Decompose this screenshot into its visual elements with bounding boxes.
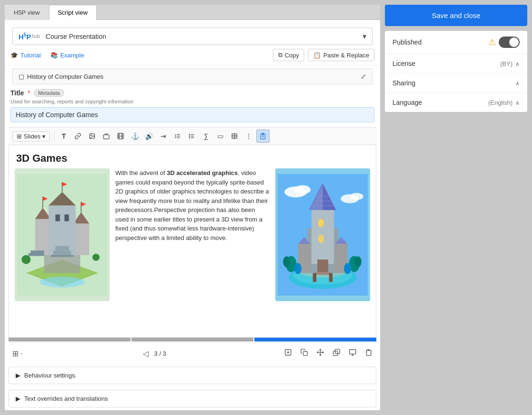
toolbar-btn-anchor[interactable]: ⚓ bbox=[128, 129, 141, 143]
nav-delete-slide[interactable] bbox=[363, 347, 374, 360]
toolbar-btn-media[interactable] bbox=[100, 129, 113, 143]
svg-rect-73 bbox=[315, 272, 331, 275]
title-hint: Used for searching, reports and copyrigh… bbox=[10, 99, 374, 104]
license-value: (BY) bbox=[500, 60, 513, 67]
slide-image-right bbox=[275, 168, 370, 301]
behaviour-settings-arrow: ▶ bbox=[16, 372, 20, 379]
slide-title: 3D Games bbox=[9, 145, 376, 168]
sharing-chevron-up-icon[interactable] bbox=[515, 80, 520, 87]
tab-script-view[interactable]: Script view bbox=[49, 5, 97, 20]
nav-move-slide[interactable] bbox=[315, 347, 326, 360]
save-close-button[interactable]: Save and close bbox=[385, 5, 527, 26]
book-icon: 📚 bbox=[50, 52, 58, 59]
copy-button[interactable]: ⧉ Copy bbox=[273, 49, 304, 61]
slides-label: Slides bbox=[24, 133, 40, 140]
toolbar-btn-more[interactable]: ⋮ bbox=[242, 129, 255, 143]
grad-icon: 🎓 bbox=[10, 52, 18, 59]
square-icon: ▢ bbox=[19, 73, 24, 80]
text-overrides-arrow: ▶ bbox=[16, 395, 20, 402]
toolbar-btn-image[interactable] bbox=[85, 129, 99, 143]
metadata-badge[interactable]: Metadata bbox=[34, 89, 64, 97]
tutorial-link[interactable]: 🎓 Tutorial bbox=[10, 52, 41, 59]
published-toggle[interactable] bbox=[499, 37, 520, 48]
svg-rect-75 bbox=[329, 273, 333, 282]
toolbar-btn-table[interactable] bbox=[228, 129, 241, 143]
example-link[interactable]: 📚 Example bbox=[50, 52, 84, 59]
prev-slide-button[interactable]: ◁ bbox=[141, 347, 150, 360]
slides-dropdown-button[interactable]: ⊞ Slides ▾ bbox=[12, 131, 50, 141]
title-section: Title * Metadata Used for searching, rep… bbox=[5, 84, 380, 127]
svg-point-49 bbox=[40, 277, 85, 287]
sharing-label: Sharing bbox=[392, 79, 415, 87]
svg-point-18 bbox=[189, 136, 190, 136]
h5p-chevron-icon[interactable]: ▾ bbox=[363, 32, 366, 41]
nav-copy-slide[interactable] bbox=[299, 347, 310, 360]
behaviour-settings-header[interactable]: ▶ Behaviour settings. bbox=[9, 367, 376, 384]
license-label: License bbox=[392, 60, 415, 67]
sharing-row: Sharing bbox=[385, 74, 527, 93]
toolbar-btn-list-ol[interactable] bbox=[171, 129, 184, 143]
copy-icon: ⧉ bbox=[278, 51, 282, 59]
expand-icon[interactable]: ⤢ bbox=[361, 73, 366, 80]
tabs-bar: H5P view Script view bbox=[5, 5, 380, 20]
svg-rect-47 bbox=[31, 250, 45, 253]
h5p-hub-text: hub bbox=[32, 34, 40, 39]
text-overrides-header[interactable]: ▶ Text overrides and translations bbox=[9, 390, 376, 407]
svg-rect-40 bbox=[65, 214, 69, 221]
language-row: Language (English) bbox=[385, 93, 527, 112]
toolbar-btn-indent[interactable]: ⇥ bbox=[157, 129, 170, 143]
history-title-text: History of Computer Games bbox=[27, 73, 103, 80]
toolbar-btn-link[interactable] bbox=[71, 129, 84, 143]
progress-bar-area bbox=[9, 338, 376, 342]
language-value-row: (English) bbox=[488, 99, 520, 106]
toolbar-btn-list-ul[interactable] bbox=[185, 129, 198, 143]
warning-icon: ⚠ bbox=[488, 37, 496, 47]
license-chevron-up-icon[interactable] bbox=[515, 60, 520, 67]
nav-duplicate[interactable] bbox=[331, 347, 342, 360]
content-area: 3D Games bbox=[9, 145, 376, 338]
nav-add-slide[interactable] bbox=[282, 347, 294, 360]
tab-h5p-view[interactable]: H5P view bbox=[5, 5, 49, 20]
license-row: License (BY) bbox=[385, 54, 527, 74]
paste-replace-button[interactable]: 📋 Paste & Replace bbox=[308, 49, 374, 61]
svg-rect-48 bbox=[28, 253, 44, 256]
language-label: Language bbox=[392, 99, 422, 106]
license-value-row: (BY) bbox=[500, 60, 520, 67]
paste-replace-label: Paste & Replace bbox=[323, 52, 369, 59]
svg-rect-2 bbox=[104, 135, 110, 139]
text-overrides-label: Text overrides and translations bbox=[24, 395, 108, 402]
slides-icon: ⊞ bbox=[17, 133, 22, 140]
toolbar-btn-bold[interactable]: T bbox=[57, 129, 70, 143]
nav-right bbox=[282, 347, 374, 360]
title-input[interactable] bbox=[10, 107, 374, 122]
svg-point-50 bbox=[22, 255, 31, 264]
h5p-header[interactable]: H5P hub Course Presentation ▾ bbox=[12, 28, 373, 45]
svg-point-84 bbox=[344, 263, 351, 274]
svg-point-85 bbox=[294, 263, 301, 274]
published-label: Published bbox=[392, 38, 422, 46]
toolbar-btn-clipboard[interactable] bbox=[256, 129, 270, 143]
slides-panel-button[interactable]: ⊞ · bbox=[10, 347, 25, 360]
toolbar-separator-1 bbox=[54, 131, 55, 141]
sharing-value-row bbox=[515, 80, 520, 87]
right-panel: Save and close Published ⚠ License (BY) bbox=[385, 5, 527, 410]
svg-rect-94 bbox=[349, 350, 355, 354]
toolbar-btn-embed[interactable]: ▭ bbox=[214, 129, 227, 143]
toolbar-btn-audio[interactable]: 🔊 bbox=[142, 129, 156, 143]
toolbar-btn-formula[interactable]: ∑ bbox=[199, 129, 213, 143]
slide-image-left bbox=[15, 168, 110, 301]
title-label-text: Title bbox=[10, 89, 24, 97]
nav-left: ⊞ · bbox=[10, 347, 25, 360]
svg-point-81 bbox=[283, 257, 290, 267]
svg-rect-89 bbox=[303, 351, 308, 356]
toolbar-btn-film[interactable] bbox=[114, 129, 127, 143]
slide-text: With the advent of 3D accelerated graphi… bbox=[115, 168, 270, 301]
language-chevron-up-icon[interactable] bbox=[515, 99, 520, 106]
svg-rect-39 bbox=[56, 214, 60, 221]
tutorial-bar: 🎓 Tutorial 📚 Example ⧉ Copy 📋 Paste & Re… bbox=[5, 45, 380, 65]
progress-seg-3 bbox=[254, 338, 376, 341]
behaviour-settings-label: Behaviour settings. bbox=[24, 372, 77, 379]
svg-rect-70 bbox=[318, 219, 324, 227]
nav-preview[interactable] bbox=[347, 347, 358, 360]
history-bar: ▢ History of Computer Games ⤢ bbox=[12, 68, 373, 84]
